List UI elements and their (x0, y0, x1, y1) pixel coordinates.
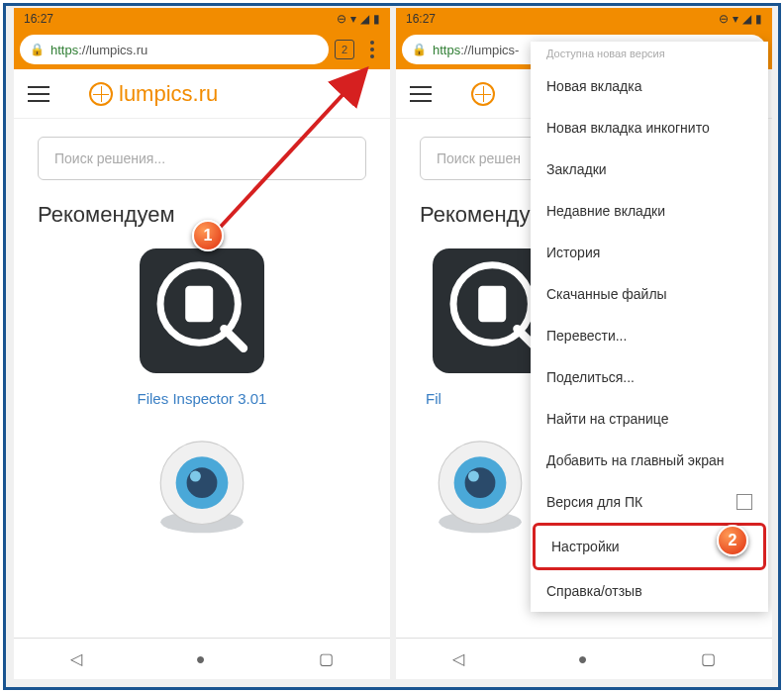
nav-back[interactable]: ◁ (452, 649, 464, 668)
menu-item-help[interactable]: Справка/отзыв (531, 570, 768, 612)
phone-screenshot-left: 16:27 ⊖▾◢▮ 🔒 https://lumpics.ru 2 lumpic… (14, 8, 390, 679)
hamburger-icon[interactable] (410, 86, 432, 102)
lock-icon: 🔒 (30, 43, 45, 56)
step-marker-2: 2 (717, 525, 748, 556)
url-protocol: https (50, 43, 78, 57)
dnd-icon: ⊖ (719, 12, 729, 26)
menu-item-incognito[interactable]: Новая вкладка инкогнито (531, 107, 768, 148)
status-bar: 16:27 ⊖▾◢▮ (14, 8, 390, 30)
url-host: ://lumpics- (460, 43, 519, 57)
nav-recent[interactable]: ▢ (701, 649, 716, 668)
status-icons: ⊖▾◢▮ (337, 12, 380, 26)
menu-item-label: Версия для ПК (546, 494, 642, 510)
svg-rect-3 (185, 286, 213, 322)
battery-icon: ▮ (373, 12, 380, 26)
nav-bar: ◁ ● ▢ (396, 638, 772, 679)
svg-point-7 (187, 467, 218, 498)
menu-item-downloads[interactable]: Скачанные файлы (531, 273, 768, 315)
status-time: 16:27 (406, 12, 436, 26)
menu-item-translate[interactable]: Перевести... (531, 315, 768, 356)
status-time: 16:27 (24, 12, 53, 26)
site-logo[interactable] (471, 82, 495, 106)
menu-update-notice: Доступна новая версия (531, 42, 768, 65)
tab-switcher[interactable]: 2 (335, 40, 354, 59)
battery-icon: ▮ (755, 12, 762, 26)
nav-back[interactable]: ◁ (70, 649, 82, 668)
status-icons: ⊖▾◢▮ (719, 12, 762, 26)
orange-slice-icon (89, 82, 113, 106)
menu-item-desktop-version[interactable]: Версия для ПК (531, 481, 768, 523)
url-protocol: https (433, 43, 460, 57)
menu-item-recent-tabs[interactable]: Недавние вкладки (531, 190, 768, 232)
signal-icon: ◢ (742, 12, 751, 26)
app-icon-files-inspector (133, 242, 271, 380)
site-logo[interactable]: lumpics.ru (89, 81, 218, 107)
phone-screenshot-right: 16:27 ⊖▾◢▮ 🔒 https://lumpics- Поиск реше… (396, 8, 772, 679)
lock-icon: 🔒 (412, 43, 427, 56)
menu-item-bookmarks[interactable]: Закладки (531, 148, 768, 190)
url-host: ://lumpics.ru (78, 43, 147, 57)
app-title-link[interactable]: Files Inspector 3.01 (14, 390, 390, 407)
brand-text: lumpics.ru (119, 81, 218, 107)
checkbox-icon[interactable] (736, 494, 752, 510)
nav-bar: ◁ ● ▢ (14, 638, 390, 679)
menu-button[interactable] (360, 41, 384, 58)
nav-home[interactable]: ● (196, 650, 206, 668)
webcam-icon (426, 437, 535, 536)
svg-point-16 (465, 467, 496, 498)
wifi-icon: ▾ (350, 12, 356, 26)
svg-point-8 (190, 471, 201, 482)
menu-item-share[interactable]: Поделиться... (531, 356, 768, 398)
url-box[interactable]: 🔒 https://lumpics.ru (20, 35, 329, 64)
menu-item-history[interactable]: История (531, 232, 768, 273)
menu-item-add-homescreen[interactable]: Добавить на главный экран (531, 440, 768, 481)
site-header: lumpics.ru (14, 69, 390, 119)
menu-item-find[interactable]: Найти на странице (531, 398, 768, 440)
orange-slice-icon (471, 82, 495, 106)
nav-recent[interactable]: ▢ (319, 649, 334, 668)
dnd-icon: ⊖ (337, 12, 346, 26)
webcam-icon (147, 437, 256, 536)
svg-point-17 (468, 471, 479, 482)
status-bar: 16:27 ⊖▾◢▮ (396, 8, 772, 30)
signal-icon: ◢ (360, 12, 369, 26)
svg-rect-12 (478, 286, 506, 322)
search-input[interactable]: Поиск решения... (38, 137, 366, 180)
nav-home[interactable]: ● (578, 650, 588, 668)
address-bar: 🔒 https://lumpics.ru 2 (14, 30, 390, 69)
step-marker-1: 1 (192, 220, 224, 251)
wifi-icon: ▾ (733, 12, 738, 26)
menu-item-new-tab[interactable]: Новая вкладка (531, 65, 768, 107)
hamburger-icon[interactable] (28, 86, 49, 102)
